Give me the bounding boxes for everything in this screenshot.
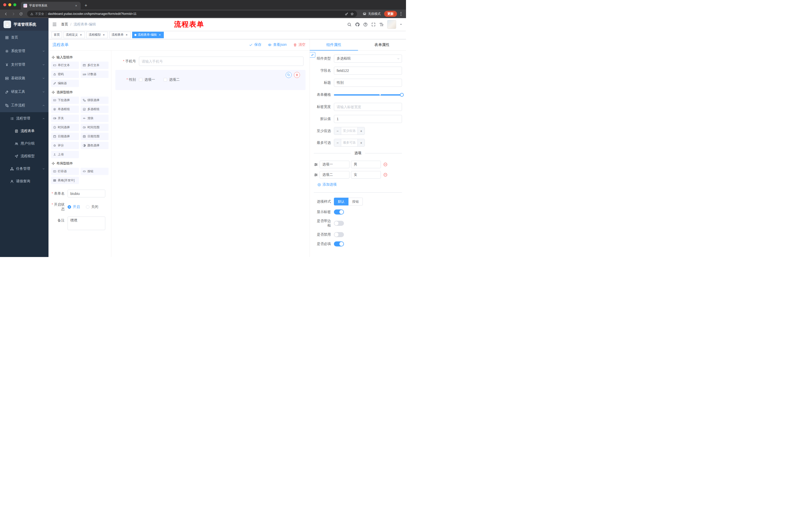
option-value-input[interactable] [351,171,381,179]
zoom-window-button[interactable] [13,3,16,6]
component-time-range[interactable]: 时间范围 [81,124,109,131]
label-width-input[interactable] [334,103,402,111]
checkbox-option-2[interactable]: 选项二 [164,77,180,82]
sidebar-item-system[interactable]: 系统管理 [0,44,49,58]
option-drag-handle-icon[interactable] [314,162,318,167]
component-table[interactable]: 表格[开发中] [51,177,79,184]
form-field-gender[interactable]: 性别 选项一选项二 [115,70,306,90]
add-option-button[interactable]: 添加选项 [317,182,337,187]
border-toggle[interactable] [334,221,344,226]
browser-menu-icon[interactable] [399,11,404,16]
browser-tab[interactable]: 芋道管理系统 [21,2,81,9]
avatar-caret-icon[interactable] [400,23,403,26]
clear-button[interactable]: 清空 [293,43,306,47]
show-label-toggle[interactable] [334,210,344,215]
breadcrumb-home[interactable]: 首页 [61,22,68,27]
increase-button[interactable] [357,139,365,146]
grid-slider[interactable] [334,91,402,99]
sidebar-item-process-form[interactable]: 流程表单 [0,125,49,137]
component-button[interactable]: 按钮 [81,168,109,175]
component-time[interactable]: 时间选择 [51,124,79,131]
sidebar-item-user-group[interactable]: 用户分组 [0,137,49,150]
component-cascader[interactable]: 级联选择 [81,97,109,104]
component-type-select[interactable]: 多选框组 [334,55,402,63]
view-tag-1[interactable]: 流程定义× [63,32,85,38]
component-color[interactable]: 颜色选择 [81,142,109,149]
option-label-input[interactable] [320,171,349,179]
option-label-input[interactable] [320,161,349,168]
checkbox-option-1[interactable]: 选项一 [139,77,155,82]
decrease-button[interactable] [334,127,341,135]
sidebar-item-workflow[interactable]: 工作流程 [0,99,49,112]
minimize-window-button[interactable] [8,3,11,6]
component-lock[interactable]: 密码 [51,71,79,78]
new-tab-button[interactable] [83,2,89,9]
sidebar-item-payment[interactable]: 支付管理 [0,58,49,72]
url-bar[interactable]: 不安全 dashboard.yudao.iocoder.cn/bpm/manag… [27,10,357,17]
component-calendar-range[interactable]: 日期范围 [81,133,109,140]
sidebar-item-process-model[interactable]: 流程模型 [0,150,49,162]
delete-component-button[interactable] [294,72,300,78]
view-tag-2[interactable]: 流程模型× [86,32,108,38]
remark-textarea[interactable]: 嘿嘿 [67,217,105,230]
component-switch-comp[interactable]: 开关 [51,115,79,122]
password-key-icon[interactable] [345,12,348,16]
copy-component-button[interactable] [286,72,292,78]
update-button[interactable]: 更新 [384,11,397,17]
component-row[interactable]: 行容器 [51,168,79,175]
remove-option-icon[interactable] [383,172,388,177]
increase-button[interactable] [357,127,365,135]
view-tag-3[interactable]: 流程表单× [109,32,130,38]
form-field-phone[interactable]: 手机号 [115,54,306,69]
tab-close-icon[interactable] [74,4,78,8]
disabled-toggle[interactable] [334,232,344,237]
component-checkbox-comp[interactable]: 多选框组 [81,106,109,113]
status-on-radio[interactable]: 开启 [67,205,80,209]
avatar[interactable] [387,20,396,29]
required-toggle[interactable] [334,241,344,246]
tag-close-icon[interactable]: × [79,33,83,37]
default-value-input[interactable] [334,115,402,123]
slider-handle[interactable] [400,93,404,97]
component-editor[interactable]: 编辑器 [51,80,79,87]
sidebar-item-leave-query[interactable]: 请假查询 [0,175,49,188]
component-input-field[interactable]: 单行文本 [51,62,79,69]
view-tag-0[interactable]: 首页 [52,32,62,38]
component-upload[interactable]: 上传 [51,151,79,158]
tab-component-props[interactable]: 组件属性 [310,39,358,50]
forward-button[interactable] [10,10,17,17]
view-tag-4[interactable]: 流程表单-编辑× [132,32,164,38]
field-name-input[interactable] [334,66,402,75]
font-size-icon[interactable] [379,22,384,27]
tag-close-icon[interactable]: × [125,33,128,37]
remove-option-icon[interactable] [383,162,388,167]
search-icon[interactable] [347,22,352,27]
sidebar-item-infra[interactable]: 基础设施 [0,72,49,85]
close-window-button[interactable] [3,3,6,6]
menu-fold-icon[interactable] [52,22,57,27]
github-icon[interactable] [355,22,360,27]
component-slider-comp[interactable]: 滑块 [81,115,109,122]
back-button[interactable] [2,10,9,17]
style-option-1[interactable]: 默认 [334,198,348,206]
style-option-2[interactable]: 按钮 [348,198,363,206]
save-button[interactable]: 保存 [249,43,261,47]
title-input[interactable] [334,79,402,87]
slider-runway[interactable] [334,94,402,96]
view-json-button[interactable]: 查看json [268,43,287,47]
component-calendar[interactable]: 日期选择 [51,133,79,140]
component-select[interactable]: 下拉选择 [51,97,79,104]
bookmark-star-icon[interactable] [350,12,354,16]
tag-close-icon[interactable]: × [102,33,106,37]
decrease-button[interactable] [334,139,341,146]
fullscreen-icon[interactable] [371,22,376,27]
link-badge-button[interactable] [310,52,315,58]
tab-form-props[interactable]: 表单属性 [358,39,406,50]
component-counter[interactable]: 123计数器 [81,71,109,78]
form-name-input[interactable] [67,190,105,197]
option-value-input[interactable] [351,161,381,168]
component-star[interactable]: 评分 [51,142,79,149]
tag-close-icon[interactable]: × [158,33,162,37]
component-textarea-field[interactable]: 多行文本 [81,62,109,69]
sidebar-item-devtools[interactable]: 研发工具 [0,85,49,99]
